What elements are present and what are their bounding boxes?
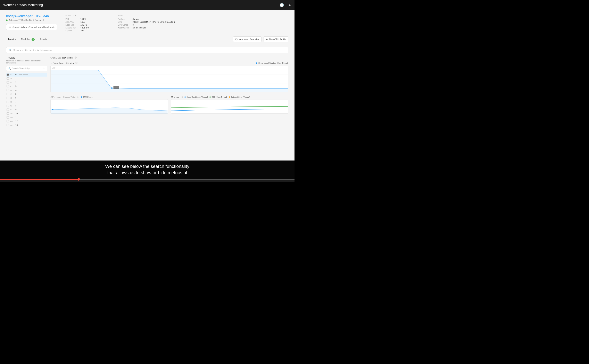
info-row-cpucores: CPU Cores 8	[117, 24, 175, 26]
charts-panel: Chart Data: Raw Metrics ⓘ ○ Event Loop U…	[50, 56, 288, 161]
info-row-pid: PID 14932	[65, 18, 88, 20]
progress-bar[interactable]	[0, 179, 294, 180]
app-frame: nodejs-worker-per... 0598a4b Active on T…	[0, 10, 294, 161]
info-row-hostuptime: Host Uptime 2w 3h 39m 18s	[117, 27, 175, 29]
thread-search[interactable]: 🔍 Search Threads By ✕	[6, 66, 47, 71]
svg-marker-8	[51, 108, 168, 114]
thread-item-1[interactable]: #1 1	[6, 77, 47, 80]
video-container: Worker Threads Monitoring 🕐 ➤ nodejs-wor…	[0, 0, 294, 182]
security-badge: 🛡 Security All good! No vulnerabilities …	[6, 24, 57, 30]
thread-item-12[interactable]: #12 12	[6, 119, 47, 123]
heap-icon: ⬡	[235, 38, 238, 41]
thread-checkbox-0[interactable]	[7, 73, 9, 76]
share-icon[interactable]: ➤	[288, 3, 291, 7]
thread-item-8[interactable]: #8 8	[6, 104, 47, 108]
metrics-row: CPU Used (Process-Wide) ⓘ CPU Usage	[50, 96, 288, 114]
event-loop-legend: Event Loop Utilization (Main Thread)	[256, 62, 288, 64]
thread-search-clear[interactable]: ✕	[43, 67, 45, 70]
thread-item-10[interactable]: #10 10	[6, 111, 47, 116]
tabs-row: Metrics Modules 2 Assets ⬡ New Heap Snap…	[6, 36, 288, 44]
info-row-appver: App. Ver. 1.0.0	[65, 21, 88, 23]
info-row-cpu: CPU Intel(R) Core(TM) i7-4870HQ CPU @ 2.…	[117, 21, 175, 23]
event-loop-chart-header: ○ Event Loop Utilization ⓘ Event Loop Ut…	[50, 62, 288, 65]
top-bar: Worker Threads Monitoring 🕐 ➤	[0, 0, 294, 10]
host-info: HOST Platform darwin CPU Intel(R) Core(T…	[117, 14, 175, 32]
cpu-chart-area	[50, 99, 168, 114]
top-bar-actions: 🕐 ➤	[280, 3, 291, 7]
tab-assets[interactable]: Assets	[38, 37, 49, 42]
progress-thumb	[77, 178, 80, 181]
thread-item-2[interactable]: #2 2	[6, 80, 47, 84]
action-buttons: ⬡ New Heap Snapshot ◈ New CPU Profile	[233, 36, 288, 42]
thread-checkbox-12[interactable]	[7, 120, 9, 123]
thread-checkbox-9[interactable]	[7, 109, 9, 111]
memory-chart: Memory ⓘ Heap Used (Main Thread) RSS (Ma…	[171, 96, 288, 114]
memory-legend-rss: RSS (Main Thread)	[209, 96, 227, 98]
svg-text:0: 0	[116, 87, 117, 88]
thread-search-icon: 🔍	[8, 67, 11, 70]
subtitle-text: We can see below the search functionalit…	[4, 163, 290, 176]
thread-checkbox-2[interactable]	[7, 81, 9, 84]
info-row-nsolidver: N|Solid Ver. 4.5.5-pre	[65, 27, 88, 29]
video-controls: ▶ ⏭ 🔈 0:16 / 1:01 ▲ CC ⚙ ⛶	[0, 179, 294, 182]
thread-checkbox-11[interactable]	[7, 116, 9, 118]
event-loop-svg: 0	[51, 66, 288, 92]
thread-item-0[interactable]: #0 0 Main Thread	[6, 73, 47, 77]
search-icon: 🔍	[9, 49, 12, 51]
memory-header: Memory ⓘ Heap Used (Main Thread) RSS (Ma…	[171, 96, 288, 98]
memory-legend-ext: External (Main Thread)	[229, 96, 250, 98]
thread-checkbox-4[interactable]	[7, 89, 9, 91]
info-sections: PROCESS PID 14932 App. Ver. 1.0.0 Node V…	[65, 14, 288, 32]
cpu-icon: ◈	[266, 38, 268, 41]
process-name: nodejs-worker-per... 0598a4b	[6, 14, 57, 18]
info-row-platform: Platform darwin	[117, 18, 175, 20]
info-row-uptime: Uptime 30s	[65, 29, 88, 32]
app-inner: nodejs-worker-per... 0598a4b Active on T…	[0, 10, 294, 161]
video-title: Worker Threads Monitoring	[3, 3, 43, 7]
thread-checkbox-6[interactable]	[7, 97, 9, 99]
app-header: nodejs-worker-per... 0598a4b Active on T…	[6, 14, 288, 32]
thread-checkbox-13[interactable]	[7, 124, 9, 126]
thread-item-6[interactable]: #6 6	[6, 96, 47, 100]
thread-item-11[interactable]: #11 11	[6, 116, 47, 119]
thread-checkbox-3[interactable]	[7, 85, 9, 87]
memory-chart-area	[171, 99, 288, 114]
cpu-chart: CPU Used (Process-Wide) ⓘ CPU Usage	[50, 96, 168, 114]
thread-list: #0 0 Main Thread #1 1 #2 2	[6, 73, 47, 127]
svg-point-9	[52, 109, 54, 110]
active-indicator	[6, 20, 7, 21]
threads-panel: Threads Maximum of 2 threads can be sele…	[6, 56, 47, 161]
thread-item-5[interactable]: #5 5	[6, 92, 47, 96]
memory-legend-heap: Heap Used (Main Thread)	[184, 96, 208, 98]
thread-item-7[interactable]: #7 7	[6, 100, 47, 104]
watch-later-icon[interactable]: 🕐	[280, 3, 284, 7]
thread-checkbox-10[interactable]	[7, 112, 9, 115]
thread-checkbox-7[interactable]	[7, 101, 9, 103]
thread-item-13[interactable]: #13 13	[6, 123, 47, 127]
thread-checkbox-8[interactable]	[7, 105, 9, 107]
info-divider	[103, 14, 103, 32]
svg-marker-4	[51, 70, 288, 92]
tab-metrics[interactable]: Metrics	[6, 37, 18, 42]
new-heap-snapshot-button[interactable]: ⬡ New Heap Snapshot	[233, 36, 262, 42]
event-loop-legend-dot	[256, 62, 257, 64]
metrics-search-bar[interactable]: 🔍 Show and hide metrics for this process	[6, 47, 288, 53]
app-title-section: nodejs-worker-per... 0598a4b Active on T…	[6, 14, 57, 30]
tabs: Metrics Modules 2 Assets	[6, 37, 49, 42]
chart-data-row: Chart Data: Raw Metrics ⓘ	[50, 56, 288, 59]
event-loop-title: ○ Event Loop Utilization ⓘ	[50, 62, 77, 65]
tab-modules[interactable]: Modules 2	[19, 37, 37, 42]
thread-checkbox-5[interactable]	[7, 93, 9, 95]
progress-fill	[0, 179, 79, 180]
thread-checkbox-1[interactable]	[7, 77, 9, 80]
event-loop-chart-section: ○ Event Loop Utilization ⓘ Event Loop Ut…	[50, 62, 288, 92]
info-row-nodever: Node Ver. 14.17.0	[65, 24, 88, 26]
active-badge: Active on TBDs-MacBook Pro.local	[6, 19, 57, 21]
new-cpu-profile-button[interactable]: ◈ New CPU Profile	[264, 36, 288, 42]
thread-item-9[interactable]: #9 9	[6, 108, 47, 111]
main-content: Threads Maximum of 2 threads can be sele…	[6, 56, 288, 161]
thread-item-4[interactable]: #4 4	[6, 88, 47, 92]
shield-icon: 🛡	[9, 26, 11, 28]
process-info: PROCESS PID 14932 App. Ver. 1.0.0 Node V…	[65, 14, 88, 32]
thread-item-3[interactable]: #3 3	[6, 84, 47, 88]
